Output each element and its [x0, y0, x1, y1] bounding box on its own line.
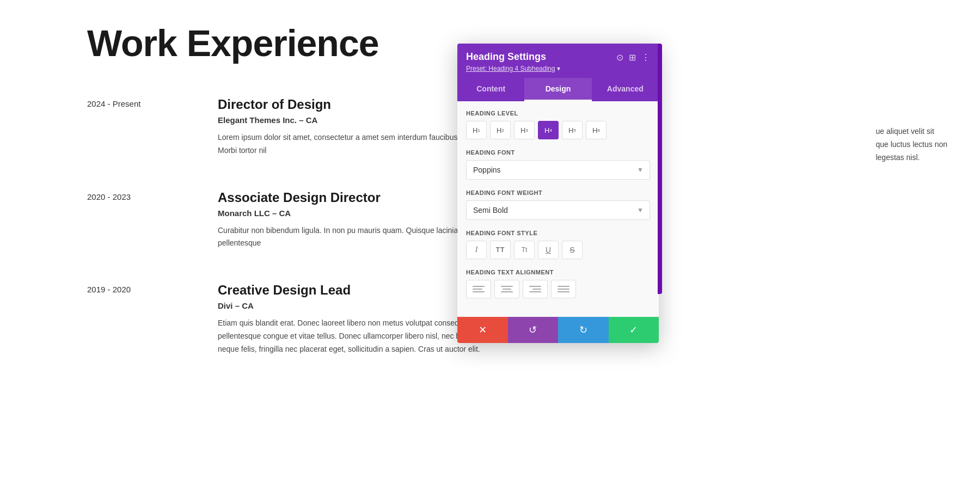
font-style-buttons: I TT Tt U S — [466, 241, 650, 259]
heading-level-section: Heading Level H1 H2 H3 H4 H5 H6 — [466, 110, 650, 139]
font-select-wrap: Poppins ▼ — [466, 160, 650, 180]
focus-icon[interactable]: ⊙ — [616, 52, 623, 63]
font-weight-section: Heading Font Weight Semi Bold ▼ — [466, 189, 650, 220]
align-left-icon — [473, 286, 485, 292]
panel-tabs: Content Design Advanced — [457, 78, 659, 101]
h4-button[interactable]: H4 — [538, 121, 559, 139]
align-right-icon — [529, 286, 541, 292]
job-date-3: 2019 - 2020 — [87, 283, 196, 356]
undo-button[interactable]: ↺ — [508, 317, 559, 343]
panel-header-icons: ⊙ ⊞ ⋮ — [616, 52, 650, 63]
background-text: ue aliquet velit sit que luctus lectus n… — [875, 125, 947, 164]
columns-icon[interactable]: ⊞ — [629, 52, 636, 63]
align-justify-icon — [558, 286, 569, 292]
h3-button[interactable]: H3 — [514, 121, 535, 139]
panel-header-left: Heading Settings Preset: Heading 4 Subhe… — [466, 51, 560, 72]
text-alignment-label: Heading Text Alignment — [466, 269, 650, 275]
uppercase-button[interactable]: TT — [490, 241, 511, 259]
cancel-button[interactable]: ✕ — [457, 317, 508, 343]
capitalize-button[interactable]: Tt — [514, 241, 535, 259]
panel-footer: ✕ ↺ ↻ ✓ — [457, 317, 659, 343]
font-weight-label: Heading Font Weight — [466, 189, 650, 196]
panel-edge-bar — [658, 44, 662, 294]
bg-text-line1: ue aliquet velit sit — [875, 127, 934, 136]
bg-text-line3: legestas nisl. — [875, 153, 920, 162]
panel-body: Heading Level H1 H2 H3 H4 H5 H6 Heading … — [457, 101, 659, 317]
align-center-button[interactable] — [494, 280, 519, 298]
align-left-button[interactable] — [466, 280, 491, 298]
font-weight-select[interactable]: Semi Bold — [466, 200, 650, 220]
font-style-section: Heading Font Style I TT Tt U S — [466, 230, 650, 259]
confirm-button[interactable]: ✓ — [609, 317, 659, 343]
align-right-button[interactable] — [523, 280, 548, 298]
tab-content[interactable]: Content — [457, 78, 524, 101]
panel-header: Heading Settings Preset: Heading 4 Subhe… — [457, 44, 659, 78]
strikethrough-button[interactable]: S — [562, 241, 583, 259]
h2-button[interactable]: H2 — [490, 121, 511, 139]
job-date-1: 2024 - Present — [87, 97, 196, 157]
bg-text-line2: que luctus lectus non — [875, 140, 947, 149]
job-date-2: 2020 - 2023 — [87, 190, 196, 250]
tab-design[interactable]: Design — [524, 78, 591, 101]
heading-font-label: Heading Font — [466, 149, 650, 156]
weight-select-wrap: Semi Bold ▼ — [466, 200, 650, 220]
redo-button[interactable]: ↻ — [558, 317, 609, 343]
underline-button[interactable]: U — [538, 241, 559, 259]
h1-button[interactable]: H1 — [466, 121, 487, 139]
panel-preset-text[interactable]: Preset: Heading 4 Subheading — [466, 65, 555, 72]
h6-button[interactable]: H6 — [586, 121, 607, 139]
text-alignment-section: Heading Text Alignment — [466, 269, 650, 298]
h5-button[interactable]: H5 — [562, 121, 583, 139]
more-icon[interactable]: ⋮ — [641, 52, 650, 63]
align-justify-button[interactable] — [551, 280, 576, 298]
font-style-label: Heading Font Style — [466, 230, 650, 236]
italic-button[interactable]: I — [466, 241, 487, 259]
font-select[interactable]: Poppins — [466, 160, 650, 180]
alignment-buttons — [466, 280, 650, 298]
heading-level-buttons: H1 H2 H3 H4 H5 H6 — [466, 121, 650, 139]
settings-panel: Heading Settings Preset: Heading 4 Subhe… — [457, 44, 659, 343]
tab-advanced[interactable]: Advanced — [592, 78, 659, 101]
panel-title: Heading Settings — [466, 51, 560, 63]
heading-level-label: Heading Level — [466, 110, 650, 117]
align-center-icon — [501, 286, 513, 292]
panel-preset: Preset: Heading 4 Subheading ▾ — [466, 65, 560, 72]
heading-font-section: Heading Font Poppins ▼ — [466, 149, 650, 180]
